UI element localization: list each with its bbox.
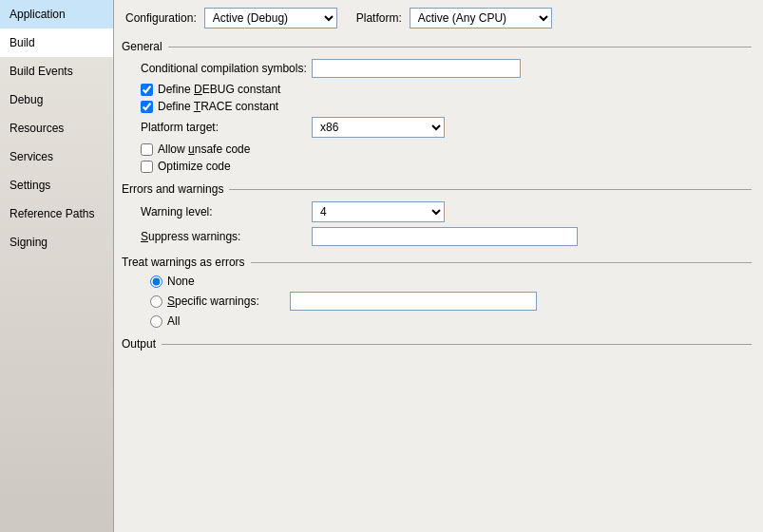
treat-warnings-specific-label[interactable]: Specific warnings: [167,294,281,308]
general-section-title: General [122,40,752,53]
allow-unsafe-label[interactable]: Allow unsafe code [158,142,250,156]
treat-warnings-title: Treat warnings as errors [122,256,752,269]
platform-label: Platform: [356,11,402,25]
treat-warnings-specific-row: Specific warnings: [122,292,752,311]
sidebar-item-application[interactable]: Application [0,0,113,28]
treat-warnings-all-row: All [122,314,752,328]
sidebar-item-debug[interactable]: Debug [0,86,113,114]
configuration-select[interactable]: Active (Debug) Debug Release [204,8,337,28]
define-debug-label[interactable]: Define DEBUG constant [158,83,280,96]
suppress-warnings-input[interactable] [312,227,578,246]
platform-target-select[interactable]: x86 x64 Any CPU [312,117,445,138]
output-section-title: Output [122,337,752,351]
content-area: General Conditional compilation symbols:… [114,36,763,532]
sidebar-item-reference-paths[interactable]: Reference Paths [0,200,113,228]
sidebar-item-resources[interactable]: Resources [0,114,113,142]
suppress-warnings-row: Suppress warnings: [122,227,752,246]
define-trace-label[interactable]: Define TRACE constant [158,100,278,113]
treat-warnings-section: Treat warnings as errors None Specific w… [122,256,752,328]
warning-level-row: Warning level: 4 0 1 2 3 [122,201,752,222]
sidebar: Application Build Build Events Debug Res… [0,0,114,532]
allow-unsafe-row: Allow unsafe code [122,142,752,156]
define-trace-checkbox[interactable] [141,101,153,113]
sidebar-item-settings[interactable]: Settings [0,171,113,200]
treat-warnings-none-row: None [122,275,752,288]
errors-warnings-section: Errors and warnings Warning level: 4 0 1… [122,182,752,246]
optimize-code-checkbox[interactable] [141,161,153,173]
platform-select[interactable]: Active (Any CPU) Any CPU x86 x64 [410,8,552,28]
sidebar-item-build-events[interactable]: Build Events [0,57,113,86]
sidebar-item-signing[interactable]: Signing [0,228,113,256]
output-section: Output [122,337,752,385]
treat-warnings-all-label[interactable]: All [167,314,281,328]
warning-level-select[interactable]: 4 0 1 2 3 [312,201,445,222]
treat-warnings-specific-radio[interactable] [150,295,162,308]
optimize-code-label[interactable]: Optimize code [158,160,231,173]
sidebar-item-services[interactable]: Services [0,142,113,171]
specific-warnings-input[interactable] [290,292,537,311]
warning-level-label: Warning level: [141,205,312,218]
configuration-label: Configuration: [125,11,197,25]
platform-target-row: Platform target: x86 x64 Any CPU [122,117,752,138]
define-trace-row: Define TRACE constant [122,100,752,113]
main-content: Configuration: Active (Debug) Debug Rele… [114,0,763,532]
allow-unsafe-checkbox[interactable] [141,143,153,156]
define-debug-row: Define DEBUG constant [122,83,752,96]
treat-warnings-all-radio[interactable] [150,315,162,328]
treat-warnings-none-label[interactable]: None [167,275,281,288]
sidebar-item-build[interactable]: Build [0,28,113,57]
optimize-code-row: Optimize code [122,160,752,173]
suppress-warnings-label: Suppress warnings: [141,230,312,243]
conditional-symbols-input[interactable] [312,59,521,78]
platform-target-label: Platform target: [141,121,312,134]
general-section: General Conditional compilation symbols:… [122,40,752,173]
header-row: Configuration: Active (Debug) Debug Rele… [114,0,763,36]
conditional-symbols-label: Conditional compilation symbols: [141,62,312,75]
conditional-symbols-row: Conditional compilation symbols: [122,59,752,78]
treat-warnings-none-radio[interactable] [150,276,162,288]
define-debug-checkbox[interactable] [141,84,153,96]
errors-warnings-title: Errors and warnings [122,182,752,196]
